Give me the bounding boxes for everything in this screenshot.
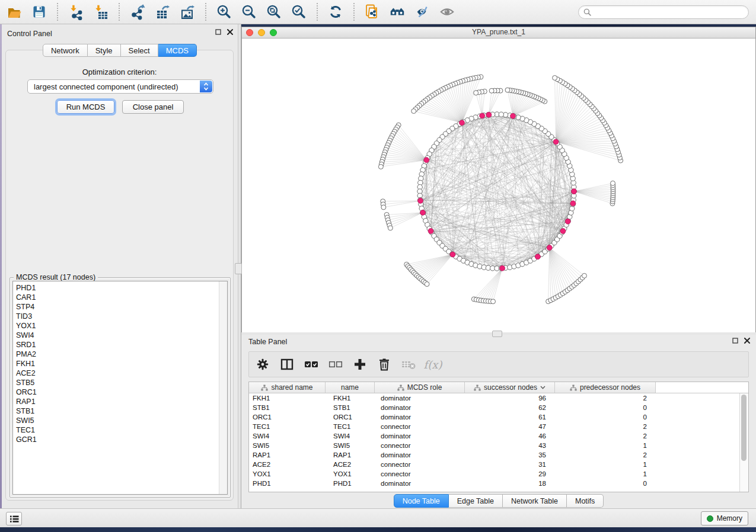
column-settings-gear-icon[interactable] [255, 357, 270, 372]
cell-successor-nodes[interactable]: 18 [465, 480, 555, 487]
export-image-icon[interactable] [179, 4, 196, 20]
hide-details-icon[interactable] [439, 4, 455, 20]
cell-predecessor-nodes[interactable]: 2 [555, 451, 656, 459]
tab-style[interactable]: Style [88, 44, 121, 57]
optimization-criterion-dropdown[interactable]: largest connected component (undirected) [27, 79, 213, 94]
cell-predecessor-nodes[interactable]: 0 [555, 480, 656, 487]
scrollbar-thumb[interactable] [741, 395, 747, 461]
mcds-result-item[interactable]: PHD1 [16, 283, 227, 293]
tab-motifs[interactable]: Motifs [567, 494, 604, 508]
mcds-result-item[interactable]: FKH1 [16, 359, 227, 368]
tab-network-table[interactable]: Network Table [503, 494, 567, 508]
mcds-result-item[interactable]: STB1 [16, 406, 227, 416]
cell-predecessor-nodes[interactable]: 1 [555, 442, 656, 449]
table-row[interactable]: ORC1ORC1dominator610 [249, 412, 748, 422]
cell-name[interactable]: FKH1 [326, 395, 375, 402]
mcds-result-item[interactable]: ORC1 [16, 387, 227, 397]
tab-network[interactable]: Network [43, 44, 88, 57]
mcds-result-list[interactable]: PHD1CAR1STP4TID3YOX1SWI4SRD1PMA2FKH1ACE2… [12, 281, 228, 495]
cell-successor-nodes[interactable]: 96 [465, 395, 555, 402]
table-row[interactable]: SWI5SWI5connector431 [249, 441, 748, 450]
cell-successor-nodes[interactable]: 61 [465, 414, 555, 421]
cell-name[interactable]: TEC1 [326, 423, 375, 430]
table-row[interactable]: TEC1TEC1connector472 [249, 422, 748, 431]
cell-mcds-role[interactable]: connector [375, 423, 465, 430]
cell-shared-name[interactable]: ACE2 [249, 461, 326, 468]
cell-shared-name[interactable]: RAP1 [249, 451, 326, 459]
cell-name[interactable]: ACE2 [326, 461, 375, 468]
mcds-result-item[interactable]: GCR1 [16, 435, 227, 444]
search-input[interactable] [594, 7, 744, 17]
column-header-successor-nodes[interactable]: successor nodes [465, 382, 555, 393]
import-table-icon[interactable] [92, 4, 109, 20]
column-header-name[interactable]: name [326, 382, 375, 393]
window-zoom-traffic-light[interactable] [270, 29, 277, 36]
cell-mcds-role[interactable]: dominator [375, 395, 465, 402]
cell-successor-nodes[interactable]: 62 [465, 404, 555, 411]
cell-shared-name[interactable]: PHD1 [249, 480, 326, 487]
export-table-icon[interactable] [154, 4, 171, 20]
cell-name[interactable]: SWI4 [326, 432, 375, 440]
close-panel-icon[interactable] [227, 29, 233, 35]
save-session-icon[interactable] [31, 4, 47, 20]
cell-successor-nodes[interactable]: 46 [465, 432, 555, 440]
node-table[interactable]: shared namenameMCDS rolesuccessor nodesp… [248, 382, 749, 492]
cell-successor-nodes[interactable]: 31 [465, 461, 555, 468]
network-graph-svg[interactable] [242, 39, 755, 333]
close-table-panel-icon[interactable] [744, 338, 750, 344]
horizontal-splitter-handle[interactable] [492, 331, 502, 337]
cell-predecessor-nodes[interactable]: 0 [555, 404, 656, 411]
delete-columns-icon[interactable] [377, 357, 392, 372]
cell-mcds-role[interactable]: dominator [375, 404, 465, 411]
table-row[interactable]: SWI4SWI4dominator462 [249, 431, 748, 441]
cell-successor-nodes[interactable]: 35 [465, 451, 555, 459]
cell-mcds-role[interactable]: connector [375, 442, 465, 449]
window-close-traffic-light[interactable] [246, 29, 253, 36]
cell-mcds-role[interactable]: connector [375, 461, 465, 468]
mcds-result-item[interactable]: ACE2 [16, 368, 227, 378]
mcds-result-item[interactable]: RAP1 [16, 397, 227, 406]
cell-mcds-role[interactable]: connector [375, 470, 465, 477]
cell-predecessor-nodes[interactable]: 2 [555, 423, 656, 430]
open-file-icon[interactable] [6, 4, 23, 20]
mcds-result-item[interactable]: SWI4 [16, 331, 227, 340]
tab-node-table[interactable]: Node Table [394, 494, 449, 508]
mcds-result-item[interactable]: STP4 [16, 302, 227, 312]
cell-predecessor-nodes[interactable]: 2 [555, 432, 656, 440]
vertical-splitter-handle[interactable] [235, 263, 242, 274]
cell-mcds-role[interactable]: dominator [375, 432, 465, 440]
float-panel-icon[interactable] [215, 29, 221, 35]
cell-successor-nodes[interactable]: 43 [465, 442, 555, 449]
zoom-in-icon[interactable] [216, 4, 232, 20]
tab-edge-table[interactable]: Edge Table [449, 494, 503, 508]
cell-name[interactable]: STB1 [326, 404, 375, 411]
new-network-from-selection-icon[interactable] [364, 4, 381, 20]
cell-shared-name[interactable]: SWI5 [249, 442, 326, 449]
first-neighbors-icon[interactable] [389, 4, 406, 20]
cell-name[interactable]: SWI5 [326, 442, 375, 449]
node-table-scrollbar[interactable] [739, 393, 748, 492]
cell-name[interactable]: PHD1 [326, 480, 375, 487]
float-table-panel-icon[interactable] [732, 338, 738, 344]
zoom-out-icon[interactable] [241, 4, 257, 20]
column-header-shared-name[interactable]: shared name [249, 382, 326, 393]
close-panel-button[interactable]: Close panel [122, 100, 184, 114]
table-row[interactable]: STB1STB1dominator620 [249, 403, 748, 412]
show-columns-icon[interactable] [279, 357, 295, 372]
mcds-result-item[interactable]: CAR1 [16, 293, 227, 302]
mcds-result-item[interactable]: PMA2 [16, 350, 227, 359]
deselect-all-rows-icon[interactable] [328, 357, 343, 372]
cell-mcds-role[interactable]: dominator [375, 414, 465, 421]
mcds-result-item[interactable]: SWI5 [16, 416, 227, 425]
run-mcds-button[interactable]: Run MCDS [57, 100, 114, 114]
cell-shared-name[interactable]: YOX1 [249, 470, 326, 477]
table-row[interactable]: PHD1PHD1dominator180 [249, 479, 748, 488]
cell-shared-name[interactable]: TEC1 [249, 423, 326, 430]
column-header-MCDS-role[interactable]: MCDS role [375, 382, 465, 393]
cell-successor-nodes[interactable]: 47 [465, 423, 555, 430]
network-window-titlebar[interactable]: YPA_prune.txt_1 [242, 27, 755, 39]
table-row[interactable]: RAP1RAP1dominator352 [249, 450, 748, 460]
cell-shared-name[interactable]: SWI4 [249, 432, 326, 440]
mcds-result-item[interactable]: SRD1 [16, 340, 227, 350]
cell-shared-name[interactable]: STB1 [249, 404, 326, 411]
